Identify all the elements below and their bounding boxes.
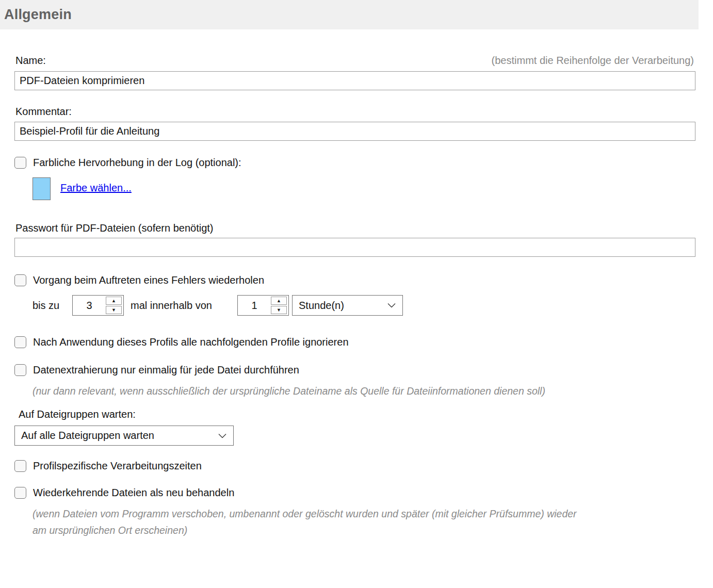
retry-count-up-button[interactable]: ▲	[106, 297, 122, 305]
retry-on-error-checkbox[interactable]	[14, 274, 26, 286]
profile-times-checkbox[interactable]	[14, 460, 26, 472]
extract-once-note: (nur dann relevant, wenn ausschließlich …	[33, 383, 545, 399]
retry-count-spinner[interactable]: ▲ ▼	[72, 295, 124, 316]
retry-on-error-label[interactable]: Vorgang beim Auftreten eines Fehlers wie…	[33, 274, 264, 286]
recurring-files-note-line1: (wenn Dateien vom Programm verschoben, u…	[33, 508, 577, 519]
password-input[interactable]	[14, 238, 695, 257]
file-groups-selected-value: Auf alle Dateigruppen warten	[21, 430, 154, 442]
color-highlight-row[interactable]: Farbliche Hervorhebung in der Log (optio…	[14, 157, 241, 169]
recurring-files-checkbox[interactable]	[14, 487, 26, 499]
arrow-up-icon: ▲	[277, 299, 281, 303]
password-label: Passwort für PDF-Dateien (sofern benötig…	[15, 222, 214, 234]
page-title: Allgemein	[4, 7, 72, 23]
chevron-down-icon	[387, 303, 396, 308]
retry-interval-down-button[interactable]: ▼	[271, 306, 287, 314]
extract-once-row[interactable]: Datenextrahierung nur einmalig für jede …	[14, 364, 299, 376]
retry-unit-select[interactable]: Stunde(n)	[292, 295, 403, 316]
section-header: Allgemein	[0, 0, 699, 29]
profile-times-label[interactable]: Profilspezifische Verarbeitungszeiten	[33, 460, 202, 472]
retry-interval-up-button[interactable]: ▲	[271, 297, 287, 305]
ignore-following-profiles-row[interactable]: Nach Anwendung dieses Profils alle nachf…	[14, 336, 349, 348]
retry-interval-spin-buttons: ▲ ▼	[271, 296, 288, 315]
retry-interval-input[interactable]	[238, 296, 271, 315]
recurring-files-note-line2: am ursprünglichen Ort erscheinen)	[33, 525, 187, 536]
arrow-down-icon: ▼	[277, 308, 281, 313]
color-highlight-label[interactable]: Farbliche Hervorhebung in der Log (optio…	[33, 157, 241, 169]
name-label: Name:	[15, 55, 46, 67]
recurring-files-label[interactable]: Wiederkehrende Dateien als neu behandeln	[33, 487, 234, 499]
extract-once-label[interactable]: Datenextrahierung nur einmalig für jede …	[33, 364, 299, 376]
retry-on-error-row[interactable]: Vorgang beim Auftreten eines Fehlers wie…	[14, 274, 264, 286]
color-swatch[interactable]	[33, 177, 51, 200]
file-groups-select[interactable]: Auf alle Dateigruppen warten	[14, 426, 234, 446]
arrow-down-icon: ▼	[111, 308, 116, 313]
arrow-up-icon: ▲	[111, 299, 116, 303]
general-settings-panel: Allgemein Name: (bestimmt die Reihenfolg…	[0, 0, 713, 588]
recurring-files-row[interactable]: Wiederkehrende Dateien als neu behandeln	[14, 487, 234, 499]
ignore-following-profiles-label[interactable]: Nach Anwendung dieses Profils alle nachf…	[33, 336, 349, 348]
name-order-hint: (bestimmt die Reihenfolge der Verarbeitu…	[492, 55, 694, 67]
retry-count-spin-buttons: ▲ ▼	[106, 296, 123, 315]
color-highlight-checkbox[interactable]	[14, 157, 26, 169]
choose-color-link[interactable]: Farbe wählen...	[60, 182, 132, 194]
name-input[interactable]	[14, 71, 695, 90]
file-groups-label: Auf Dateigruppen warten:	[19, 409, 136, 420]
retry-prefix-text: bis zu	[33, 295, 59, 316]
extract-once-checkbox[interactable]	[14, 364, 26, 376]
retry-interval-spinner[interactable]: ▲ ▼	[237, 295, 289, 316]
recurring-files-note: (wenn Dateien vom Programm verschoben, u…	[33, 505, 577, 538]
profile-times-row[interactable]: Profilspezifische Verarbeitungszeiten	[14, 460, 202, 472]
retry-count-down-button[interactable]: ▼	[106, 306, 122, 314]
comment-input[interactable]	[14, 122, 695, 141]
retry-middle-text: mal innerhalb von	[131, 295, 212, 316]
comment-label: Kommentar:	[15, 106, 72, 118]
retry-count-input[interactable]	[73, 296, 106, 315]
ignore-following-profiles-checkbox[interactable]	[14, 336, 26, 348]
chevron-down-icon	[218, 433, 226, 438]
retry-unit-selected-value: Stunde(n)	[299, 300, 344, 312]
